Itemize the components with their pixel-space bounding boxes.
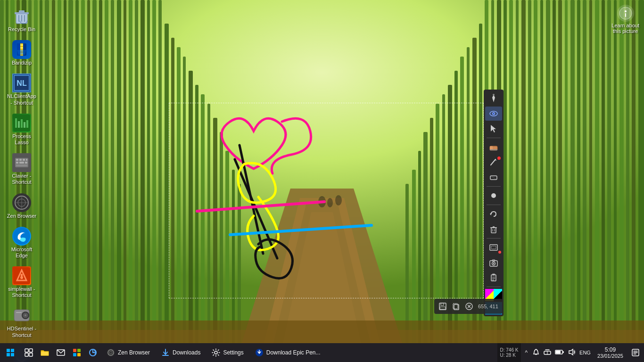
svg-rect-52 bbox=[454, 71, 458, 362]
svg-rect-19 bbox=[92, 0, 97, 362]
svg-point-153 bbox=[493, 113, 495, 115]
epic-pen-taskbar-btn[interactable]: Download Epic Pen... bbox=[249, 343, 326, 362]
svg-rect-107 bbox=[15, 118, 17, 128]
microsoftedge-label: MicrosoftEdge bbox=[11, 247, 33, 259]
svg-rect-23 bbox=[117, 0, 121, 362]
volume-icon[interactable] bbox=[567, 347, 577, 358]
clavier-icon[interactable]: Clavier -Shortcut bbox=[5, 151, 39, 187]
select-tool-btn[interactable] bbox=[485, 122, 502, 136]
clock-area[interactable]: 5:09 23/01/2025 bbox=[594, 343, 627, 362]
tray-chevron-btn[interactable]: ^ bbox=[523, 348, 529, 357]
svg-rect-117 bbox=[26, 159, 27, 161]
svg-rect-199 bbox=[77, 349, 81, 352]
view-toggle-btn[interactable] bbox=[485, 107, 502, 121]
svg-rect-99 bbox=[20, 44, 23, 46]
zenbrowser-icon[interactable]: Zen Browser bbox=[5, 191, 39, 221]
svg-rect-67 bbox=[546, 0, 550, 362]
clipboard-btn[interactable] bbox=[485, 271, 502, 285]
notification-bell-icon[interactable] bbox=[531, 347, 541, 358]
svg-point-127 bbox=[13, 228, 30, 245]
svg-rect-75 bbox=[595, 0, 599, 362]
svg-rect-111 bbox=[26, 120, 28, 128]
eraser-tool-btn[interactable] bbox=[485, 140, 502, 154]
update-btn[interactable] bbox=[85, 343, 101, 362]
svg-rect-35 bbox=[189, 71, 193, 362]
taskbar: Zen Browser Downloads Settings bbox=[0, 343, 644, 362]
svg-rect-63 bbox=[521, 0, 526, 362]
learn-picture-label: Learn about this picture bbox=[611, 23, 639, 34]
nlclientapp-icon[interactable]: NL NLClientApp- Shortcut bbox=[5, 72, 39, 107]
svg-rect-109 bbox=[21, 119, 23, 128]
svg-rect-121 bbox=[16, 165, 27, 166]
svg-rect-72 bbox=[577, 0, 580, 362]
screenshot-btn[interactable] bbox=[485, 255, 502, 270]
svg-rect-31 bbox=[165, 24, 169, 362]
network-stats: D: 746 K U: 28 K bbox=[497, 343, 521, 362]
hdsentinel-icon[interactable]: HDSentinel -Shortcut bbox=[5, 304, 39, 340]
recycle-bin-label: Recycle Bin bbox=[8, 26, 35, 33]
svg-rect-76 bbox=[602, 0, 605, 362]
network-download: D: 746 K bbox=[500, 347, 519, 353]
start-button[interactable] bbox=[0, 343, 21, 362]
coordinates-label: 655, 411 bbox=[476, 304, 500, 309]
zen-browser-taskbar-btn[interactable]: Zen Browser bbox=[101, 343, 156, 362]
svg-rect-114 bbox=[16, 159, 18, 161]
svg-rect-82 bbox=[638, 0, 644, 362]
svg-marker-217 bbox=[569, 349, 573, 355]
nlclientapp-label: NLClientApp- Shortcut bbox=[7, 93, 36, 106]
microsoftedge-icon[interactable]: MicrosoftEdge bbox=[5, 225, 39, 261]
battery-icon[interactable] bbox=[554, 348, 565, 357]
svg-point-89 bbox=[327, 198, 333, 207]
processlasso-label: ProcessLasso bbox=[12, 133, 31, 146]
pencil-tool-btn[interactable] bbox=[485, 155, 502, 169]
svg-rect-120 bbox=[25, 162, 27, 164]
svg-rect-27 bbox=[140, 0, 145, 362]
processlasso-image bbox=[12, 114, 31, 132]
processlasso-icon[interactable]: ProcessLasso bbox=[5, 112, 39, 148]
settings-taskbar-btn[interactable]: Settings bbox=[206, 343, 249, 362]
dot-tool-btn[interactable] bbox=[485, 189, 502, 203]
svg-point-208 bbox=[215, 351, 217, 354]
svg-rect-34 bbox=[183, 57, 186, 362]
svg-rect-71 bbox=[570, 0, 575, 362]
learn-about-picture-btn[interactable]: Learn about this picture bbox=[611, 5, 639, 34]
undo-btn[interactable] bbox=[485, 207, 502, 221]
svg-rect-215 bbox=[563, 351, 564, 353]
downloads-taskbar-btn[interactable]: Downloads bbox=[156, 343, 206, 362]
save-selection-btn[interactable] bbox=[437, 300, 449, 313]
clavier-image bbox=[12, 153, 31, 172]
svg-rect-100 bbox=[20, 47, 23, 49]
language-icon[interactable]: ENG bbox=[578, 349, 592, 356]
network-icon[interactable] bbox=[543, 347, 552, 358]
pen-tool-btn[interactable] bbox=[485, 91, 502, 106]
store-btn[interactable] bbox=[69, 343, 85, 362]
svg-rect-130 bbox=[21, 274, 23, 277]
svg-rect-77 bbox=[607, 0, 611, 362]
svg-rect-118 bbox=[16, 162, 18, 164]
svg-rect-61 bbox=[509, 0, 513, 362]
update-icon bbox=[89, 348, 97, 357]
simplewall-icon[interactable]: simplewall -Shortcut bbox=[5, 264, 39, 300]
svg-rect-79 bbox=[619, 0, 624, 362]
screen-capture-btn[interactable] bbox=[485, 240, 502, 255]
wallpaper bbox=[0, 0, 644, 362]
copy-selection-btn[interactable] bbox=[450, 300, 462, 313]
task-view-btn[interactable] bbox=[21, 343, 37, 362]
bandizip-icon[interactable]: Bandizip bbox=[5, 38, 39, 68]
notification-center-btn[interactable] bbox=[627, 343, 644, 362]
recycle-bin-icon[interactable]: Recycle Bin bbox=[5, 5, 39, 34]
svg-rect-115 bbox=[19, 159, 22, 161]
svg-rect-201 bbox=[77, 353, 81, 356]
marker-tool-btn[interactable] bbox=[485, 170, 502, 184]
mail-btn[interactable] bbox=[53, 343, 69, 362]
svg-rect-137 bbox=[16, 314, 21, 315]
hdsentinel-image bbox=[12, 306, 31, 325]
zenbrowser-label: Zen Browser bbox=[7, 213, 36, 219]
svg-rect-119 bbox=[19, 162, 24, 164]
file-explorer-btn[interactable] bbox=[37, 343, 53, 362]
svg-rect-192 bbox=[11, 353, 14, 356]
close-selection-btn[interactable] bbox=[463, 300, 475, 313]
pencil-color-dot bbox=[497, 156, 501, 160]
clock-time: 5:09 bbox=[605, 346, 616, 353]
delete-btn[interactable] bbox=[485, 222, 502, 236]
